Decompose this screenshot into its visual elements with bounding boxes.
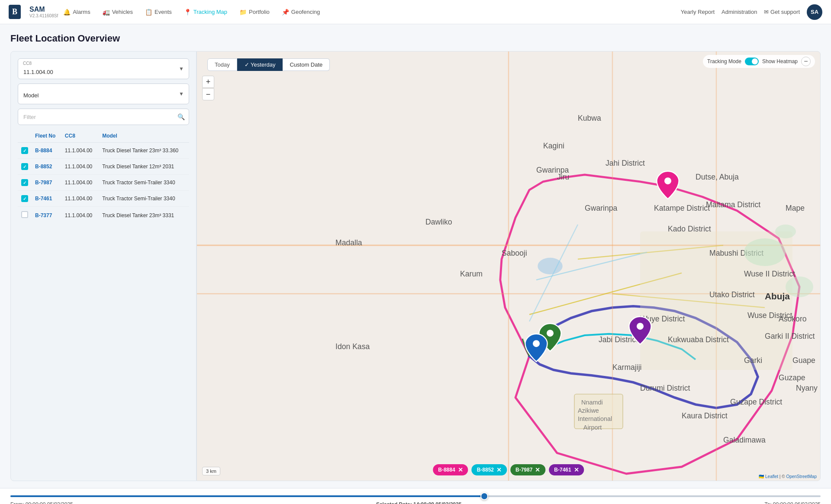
svg-text:Karmajiji: Karmajiji xyxy=(612,363,641,372)
timeline-fill xyxy=(10,495,484,497)
header-link-administration[interactable]: Administration xyxy=(721,9,757,15)
svg-point-53 xyxy=(744,238,786,266)
scale-bar: 3 km xyxy=(202,467,220,475)
svg-text:Kaura District: Kaura District xyxy=(682,411,728,420)
header: B SAM V2.3.411608Sf 🔔Alarms🚛Vehicles📋Eve… xyxy=(0,0,831,24)
timeline-thumb[interactable] xyxy=(480,492,488,500)
svg-text:Guzape: Guzape xyxy=(779,373,805,382)
svg-text:Maitama District: Maitama District xyxy=(706,200,760,209)
map-container: Tracking Mode Show Heatmap − Today✓ Yest… xyxy=(196,51,821,481)
svg-text:Dutse, Abuja: Dutse, Abuja xyxy=(696,173,739,181)
legend-tag-b-7987: B-7987✕ xyxy=(510,464,545,475)
vehicles-nav-label: Vehicles xyxy=(112,9,133,15)
model-b-7461: Truck Tractor Semi-Trailer 3340 xyxy=(99,191,189,207)
svg-text:Jiru: Jiru xyxy=(557,173,569,181)
model-b-7377: Truck Diesel Tanker 23m³ 3331 xyxy=(99,207,189,224)
legend-label-b-7987: B-7987 xyxy=(515,467,532,473)
logo-letter: B xyxy=(12,7,17,16)
timeline-bar: From: 00:00:00 05/02/2025 Selected Date:… xyxy=(0,488,831,504)
zoom-in-button[interactable]: + xyxy=(202,76,214,88)
svg-text:Galadimawa: Galadimawa xyxy=(723,436,766,444)
row-checkbox-b-8884[interactable]: ✓ xyxy=(21,147,28,154)
svg-text:Madalla: Madalla xyxy=(335,238,362,247)
events-nav-label: Events xyxy=(155,9,172,15)
geofencing-nav-icon: 📌 xyxy=(282,9,289,16)
legend-close-b-7461[interactable]: ✕ xyxy=(574,466,579,473)
nav-item-portfolio[interactable]: 📁Portfolio xyxy=(234,6,275,18)
col-cc8: CC8 xyxy=(61,129,99,143)
nav-item-geofencing[interactable]: 📌Geofencing xyxy=(277,6,325,18)
legend-tag-b-8884: B-8884✕ xyxy=(433,464,468,475)
osm-link[interactable]: OpenStreetMap xyxy=(786,474,817,479)
svg-text:Mape: Mape xyxy=(786,204,805,212)
table-row[interactable]: ✓ B-8852 11.1.004.00 Truck Diesel Tanker… xyxy=(18,159,189,175)
leaflet-link[interactable]: Leaflet xyxy=(765,474,778,479)
cc8-b-7377: 11.1.004.00 xyxy=(61,207,99,224)
svg-point-1 xyxy=(538,258,563,274)
legend-close-b-8884[interactable]: ✕ xyxy=(458,466,463,473)
timeline-track[interactable] xyxy=(10,495,821,497)
header-link-get-support[interactable]: ✉ Get support xyxy=(764,9,800,15)
row-checkbox-b-7377[interactable] xyxy=(21,211,28,218)
fleet-no-b-8884: B-8884 xyxy=(32,143,61,159)
cc8-select[interactable]: 11.1.004.00 xyxy=(18,58,189,79)
date-btn-today[interactable]: Today xyxy=(207,58,237,71)
minus-button[interactable]: − xyxy=(801,57,811,66)
nav-item-alarms[interactable]: 🔔Alarms xyxy=(58,6,95,18)
svg-text:Azikiwe: Azikiwe xyxy=(578,407,599,414)
user-avatar[interactable]: SA xyxy=(807,4,822,20)
timeline-labels: From: 00:00:00 05/02/2025 Selected Date:… xyxy=(10,501,821,504)
logo-text: SAM V2.3.411608Sf xyxy=(29,6,58,18)
timeline-selected: Selected Date: 14:08:09 05/02/2025 xyxy=(376,501,461,504)
row-checkbox-b-7987[interactable]: ✓ xyxy=(21,179,28,186)
page-title: Fleet Location Overview xyxy=(10,33,821,44)
svg-text:Sabooji: Sabooji xyxy=(502,249,527,257)
timeline-to: To: 00:00:00 06/02/2025 xyxy=(765,501,821,504)
svg-point-54 xyxy=(786,276,813,297)
nav-item-events[interactable]: 📋Events xyxy=(140,6,177,18)
zoom-out-button[interactable]: − xyxy=(202,88,214,100)
tracking-map-nav-icon: 📍 xyxy=(184,9,191,16)
tracking-mode-toggle[interactable] xyxy=(745,58,759,65)
geofencing-nav-label: Geofencing xyxy=(291,9,320,15)
logo-box[interactable]: B xyxy=(9,5,21,19)
filter-input[interactable] xyxy=(18,109,189,125)
header-link-yearly-report[interactable]: Yearly Report xyxy=(681,9,715,15)
svg-text:International: International xyxy=(578,415,612,422)
cc8-select-wrapper: CC8 11.1.004.00 ▼ xyxy=(18,58,189,79)
model-b-8884: Truck Diesel Tanker 23m³ 33.360 xyxy=(99,143,189,159)
fleet-table: Fleet No CC8 Model ✓ B-8884 11.1.004.00 … xyxy=(18,129,189,224)
svg-text:Jabi District: Jabi District xyxy=(599,335,638,344)
svg-text:Utako District: Utako District xyxy=(709,290,755,299)
fleet-no-b-7377: B-7377 xyxy=(32,207,61,224)
date-btn-custom-date[interactable]: Custom Date xyxy=(283,58,330,71)
row-checkbox-b-8852[interactable]: ✓ xyxy=(21,163,28,170)
search-icon[interactable]: 🔍 xyxy=(177,113,185,120)
legend-close-b-7987[interactable]: ✕ xyxy=(535,466,540,473)
table-row[interactable]: ✓ B-7987 11.1.004.00 Truck Tractor Semi-… xyxy=(18,175,189,191)
table-row[interactable]: ✓ B-8884 11.1.004.00 Truck Diesel Tanker… xyxy=(18,143,189,159)
svg-text:Airport: Airport xyxy=(583,424,602,431)
cc8-b-7987: 11.1.004.00 xyxy=(61,175,99,191)
model-select[interactable]: Model xyxy=(18,83,189,104)
cc8-label: CC8 xyxy=(23,61,32,66)
nav-item-tracking-map[interactable]: 📍Tracking Map xyxy=(179,6,232,18)
main-nav: 🔔Alarms🚛Vehicles📋Events📍Tracking Map📁Por… xyxy=(58,6,681,18)
table-row[interactable]: ✓ B-7461 11.1.004.00 Truck Tractor Semi-… xyxy=(18,191,189,207)
svg-text:Dawliko: Dawliko xyxy=(425,218,452,226)
svg-text:Durumi District: Durumi District xyxy=(640,384,690,392)
tracking-mode-bar: Tracking Mode Show Heatmap − xyxy=(703,55,815,68)
svg-text:Kado District: Kado District xyxy=(668,225,711,233)
map-legend: B-8884✕B-8852✕B-7987✕B-7461✕ xyxy=(433,464,584,475)
legend-label-b-8884: B-8884 xyxy=(438,467,455,473)
svg-text:Gwarinpa: Gwarinpa xyxy=(585,204,618,212)
legend-close-b-8852[interactable]: ✕ xyxy=(496,466,502,473)
table-row[interactable]: B-7377 11.1.004.00 Truck Diesel Tanker 2… xyxy=(18,207,189,224)
svg-text:Kubwa: Kubwa xyxy=(578,114,601,122)
timeline-from: From: 00:00:00 05/02/2025 xyxy=(10,501,73,504)
nav-item-vehicles[interactable]: 🚛Vehicles xyxy=(97,6,138,18)
svg-point-57 xyxy=(637,323,644,330)
model-select-wrapper: Model ▼ xyxy=(18,83,189,104)
date-btn-yesterday[interactable]: ✓ Yesterday xyxy=(237,58,283,71)
row-checkbox-b-7461[interactable]: ✓ xyxy=(21,195,28,202)
